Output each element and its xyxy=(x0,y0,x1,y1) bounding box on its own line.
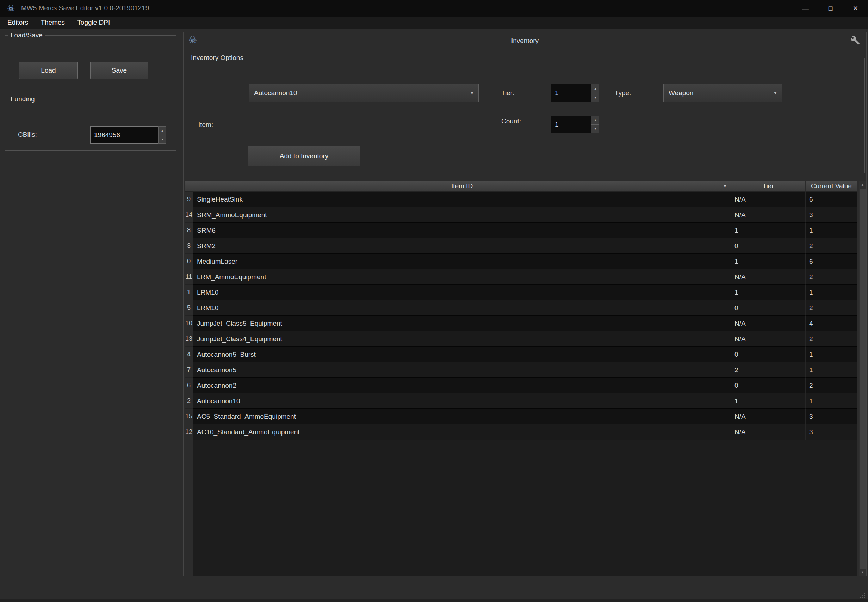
cell-item-id[interactable]: Autocannon10 xyxy=(193,393,731,409)
cell-tier[interactable]: 0 xyxy=(731,238,806,254)
cell-tier[interactable]: N/A xyxy=(731,207,806,223)
add-to-inventory-button[interactable]: Add to Inventory xyxy=(248,146,360,166)
table-row[interactable]: 5 LRM10 0 2 xyxy=(185,300,857,316)
count-input[interactable] xyxy=(551,115,591,133)
row-header-number[interactable]: 9 xyxy=(185,192,193,207)
cell-tier[interactable]: N/A xyxy=(731,331,806,347)
table-row[interactable]: 12 AC10_Standard_AmmoEquipment N/A 3 xyxy=(185,424,857,440)
cell-tier[interactable]: 0 xyxy=(731,347,806,362)
cell-tier[interactable]: 0 xyxy=(731,300,806,316)
wrench-icon[interactable] xyxy=(850,35,860,45)
table-row[interactable]: 7 Autocannon5 2 1 xyxy=(185,362,857,378)
cbills-spin-down-button[interactable]: ▼ xyxy=(158,135,166,144)
cell-current-value[interactable]: 3 xyxy=(806,409,857,424)
row-header-number[interactable]: 2 xyxy=(185,393,193,409)
row-header-number[interactable]: 13 xyxy=(185,331,193,347)
row-header-number[interactable]: 6 xyxy=(185,378,193,393)
table-row[interactable]: 0 MediumLaser 1 6 xyxy=(185,254,857,269)
table-row[interactable]: 4 Autocannon5_Burst 0 1 xyxy=(185,347,857,362)
cell-item-id[interactable]: Autocannon5 xyxy=(193,362,731,378)
resize-grip[interactable] xyxy=(859,592,866,599)
cell-current-value[interactable]: 1 xyxy=(806,285,857,300)
cell-current-value[interactable]: 3 xyxy=(806,207,857,223)
cell-current-value[interactable]: 2 xyxy=(806,238,857,254)
cell-tier[interactable]: 0 xyxy=(731,378,806,393)
cbills-input[interactable] xyxy=(90,126,158,144)
cell-current-value[interactable]: 6 xyxy=(806,254,857,269)
cell-current-value[interactable]: 2 xyxy=(806,331,857,347)
row-header-number[interactable]: 3 xyxy=(185,238,193,254)
cell-current-value[interactable]: 1 xyxy=(806,223,857,238)
row-header-number[interactable]: 8 xyxy=(185,223,193,238)
cell-tier[interactable]: 1 xyxy=(731,223,806,238)
cell-current-value[interactable]: 6 xyxy=(806,192,857,207)
cell-current-value[interactable]: 1 xyxy=(806,362,857,378)
row-header-number[interactable]: 12 xyxy=(185,424,193,440)
cell-item-id[interactable]: LRM_AmmoEquipment xyxy=(193,269,731,285)
row-header-number[interactable]: 1 xyxy=(185,285,193,300)
item-dropdown[interactable]: Autocannon10 ▼ xyxy=(249,83,479,102)
count-spin-down-button[interactable]: ▼ xyxy=(591,125,599,134)
scrollbar-thumb[interactable] xyxy=(860,189,865,568)
count-spin-up-button[interactable]: ▲ xyxy=(591,115,599,125)
load-button[interactable]: Load xyxy=(19,62,78,79)
cbills-spin-up-button[interactable]: ▲ xyxy=(158,126,166,135)
cell-tier[interactable]: N/A xyxy=(731,409,806,424)
save-button[interactable]: Save xyxy=(90,62,148,79)
table-row[interactable]: 9 SingleHeatSink N/A 6 xyxy=(185,192,857,207)
row-header-number[interactable]: 0 xyxy=(185,254,193,269)
row-header-number[interactable]: 7 xyxy=(185,362,193,378)
row-header-number[interactable]: 14 xyxy=(185,207,193,223)
cell-tier[interactable]: 1 xyxy=(731,285,806,300)
cell-item-id[interactable]: AC10_Standard_AmmoEquipment xyxy=(193,424,731,440)
cell-current-value[interactable]: 2 xyxy=(806,300,857,316)
cell-tier[interactable]: 1 xyxy=(731,393,806,409)
tier-spin-up-button[interactable]: ▲ xyxy=(591,84,599,94)
row-header-number[interactable]: 5 xyxy=(185,300,193,316)
cell-item-id[interactable]: Autocannon2 xyxy=(193,378,731,393)
cell-item-id[interactable]: SRM6 xyxy=(193,223,731,238)
table-row[interactable]: 10 JumpJet_Class5_Equipment N/A 4 xyxy=(185,316,857,331)
cell-current-value[interactable]: 2 xyxy=(806,378,857,393)
table-row[interactable]: 8 SRM6 1 1 xyxy=(185,223,857,238)
row-header-number[interactable]: 10 xyxy=(185,316,193,331)
cell-current-value[interactable]: 3 xyxy=(806,424,857,440)
column-header-tier[interactable]: Tier xyxy=(731,181,806,192)
tier-input[interactable] xyxy=(551,84,591,102)
table-row[interactable]: 6 Autocannon2 0 2 xyxy=(185,378,857,393)
cell-tier[interactable]: N/A xyxy=(731,192,806,207)
close-button[interactable]: ✕ xyxy=(843,0,868,17)
cell-item-id[interactable]: JumpJet_Class4_Equipment xyxy=(193,331,731,347)
table-row[interactable]: 3 SRM2 0 2 xyxy=(185,238,857,254)
menu-editors[interactable]: Editors xyxy=(2,17,34,28)
cell-current-value[interactable]: 1 xyxy=(806,347,857,362)
cell-current-value[interactable]: 4 xyxy=(806,316,857,331)
row-header-number[interactable]: 15 xyxy=(185,409,193,424)
row-header-number[interactable]: 11 xyxy=(185,269,193,285)
cell-item-id[interactable]: SRM2 xyxy=(193,238,731,254)
table-row[interactable]: 13 JumpJet_Class4_Equipment N/A 2 xyxy=(185,331,857,347)
cell-current-value[interactable]: 2 xyxy=(806,269,857,285)
cell-tier[interactable]: N/A xyxy=(731,316,806,331)
tier-spin-down-button[interactable]: ▼ xyxy=(591,94,599,103)
cell-item-id[interactable]: Autocannon5_Burst xyxy=(193,347,731,362)
table-row[interactable]: 11 LRM_AmmoEquipment N/A 2 xyxy=(185,269,857,285)
cell-item-id[interactable]: SingleHeatSink xyxy=(193,192,731,207)
maximize-button[interactable]: □ xyxy=(818,0,843,17)
table-row[interactable]: 1 LRM10 1 1 xyxy=(185,285,857,300)
menu-themes[interactable]: Themes xyxy=(35,17,70,28)
table-row[interactable]: 15 AC5_Standard_AmmoEquipment N/A 3 xyxy=(185,409,857,424)
column-header-current-value[interactable]: Current Value xyxy=(806,181,857,192)
menu-toggle-dpi[interactable]: Toggle DPI xyxy=(72,17,115,28)
cell-item-id[interactable]: MediumLaser xyxy=(193,254,731,269)
row-header-number[interactable]: 4 xyxy=(185,347,193,362)
minimize-button[interactable]: — xyxy=(793,0,818,17)
table-vertical-scrollbar[interactable]: ▲ ▼ xyxy=(859,181,866,576)
cell-tier[interactable]: 1 xyxy=(731,254,806,269)
table-row[interactable]: 2 Autocannon10 1 1 xyxy=(185,393,857,409)
cell-current-value[interactable]: 1 xyxy=(806,393,857,409)
cell-item-id[interactable]: LRM10 xyxy=(193,285,731,300)
scrollbar-up-button[interactable]: ▲ xyxy=(859,181,866,188)
titlebar[interactable]: ☠ MW5 Mercs Save Editor v1.0.0-201901219… xyxy=(0,0,868,17)
cell-item-id[interactable]: AC5_Standard_AmmoEquipment xyxy=(193,409,731,424)
